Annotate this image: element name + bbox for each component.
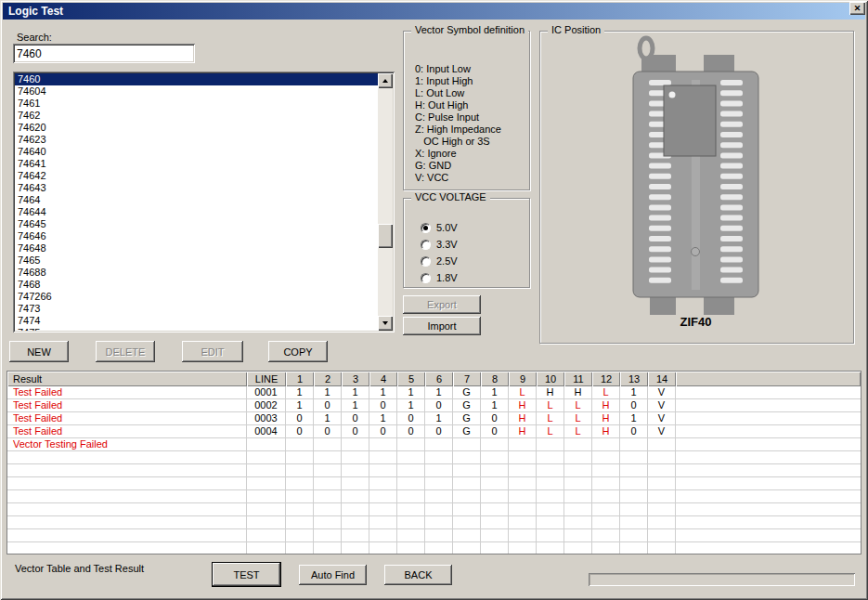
header-cell: 4 bbox=[369, 372, 397, 386]
header-cell: 11 bbox=[564, 372, 592, 386]
radio-icon[interactable] bbox=[421, 256, 431, 267]
vector-cell: 1 bbox=[620, 386, 648, 399]
radio-label: 5.0V bbox=[436, 222, 458, 233]
part-listbox[interactable]: 7460746047461746274620746237464074641746… bbox=[13, 72, 395, 333]
list-item[interactable]: 747266 bbox=[15, 291, 378, 303]
list-item[interactable]: 74643 bbox=[15, 182, 378, 194]
vcc-option[interactable]: 3.3V bbox=[421, 236, 458, 253]
vcc-option[interactable]: 5.0V bbox=[421, 219, 458, 236]
list-item[interactable]: 74620 bbox=[15, 122, 378, 134]
list-item[interactable]: 74640 bbox=[15, 146, 378, 158]
new-button[interactable]: NEW bbox=[9, 341, 69, 362]
test-button[interactable]: TEST bbox=[213, 563, 280, 586]
radio-icon[interactable] bbox=[421, 273, 431, 283]
filler-cell bbox=[676, 451, 861, 464]
vector-cell: 1 bbox=[286, 399, 314, 412]
vcc-voltage-group-title: VCC VOLTAGE bbox=[411, 191, 490, 202]
vector-cell: 1 bbox=[369, 412, 397, 425]
vector-cell bbox=[425, 490, 453, 503]
result-cell bbox=[7, 451, 247, 464]
arrow-up-icon bbox=[382, 79, 388, 83]
delete-button[interactable]: DELETE bbox=[96, 341, 155, 362]
vector-cell bbox=[286, 451, 314, 464]
vector-cell: L bbox=[564, 425, 592, 438]
vector-cell: 1 bbox=[481, 386, 509, 399]
edit-button[interactable]: EDIT bbox=[182, 341, 243, 362]
vector-cell bbox=[537, 503, 564, 516]
result-cell: Test Failed bbox=[7, 412, 247, 425]
titlebar[interactable]: Logic Test bbox=[3, 3, 865, 20]
vector-cell bbox=[314, 477, 342, 490]
scrollbar-thumb[interactable] bbox=[378, 224, 393, 248]
vector-cell bbox=[481, 503, 509, 516]
vector-symbol-line: Z: High Impedance bbox=[415, 124, 501, 136]
scrollbar-down-button[interactable] bbox=[378, 316, 393, 331]
vector-cell bbox=[397, 464, 425, 477]
list-item[interactable]: 74623 bbox=[15, 134, 378, 146]
vector-cell bbox=[481, 542, 509, 554]
list-item[interactable]: 74604 bbox=[15, 85, 378, 98]
table-row[interactable]: Test Failed0003010101G0HLLH1V bbox=[7, 412, 861, 425]
vector-cell bbox=[564, 542, 592, 554]
close-button[interactable]: ✕ bbox=[849, 2, 865, 15]
list-item[interactable]: 74645 bbox=[15, 218, 378, 230]
radio-icon[interactable] bbox=[421, 223, 431, 233]
list-scrollbar[interactable] bbox=[378, 73, 393, 331]
table-row[interactable]: Test Failed0002101010G1HLLH0V bbox=[7, 399, 861, 412]
list-item[interactable]: 7473 bbox=[15, 303, 378, 315]
vector-cell: 0 bbox=[314, 425, 342, 438]
part-list[interactable]: 7460746047461746274620746237464074641746… bbox=[15, 73, 378, 331]
vector-cell: V bbox=[648, 425, 676, 438]
vcc-option[interactable]: 2.5V bbox=[421, 253, 458, 269]
radio-icon[interactable] bbox=[421, 240, 431, 250]
list-item[interactable]: 7461 bbox=[15, 98, 378, 110]
list-item[interactable]: 74642 bbox=[15, 170, 378, 182]
line-cell: 0001 bbox=[247, 386, 286, 399]
table-row bbox=[7, 490, 861, 503]
vector-cell bbox=[425, 438, 453, 451]
line-cell bbox=[247, 490, 286, 503]
result-cell bbox=[7, 542, 247, 554]
vector-cell: H bbox=[509, 425, 537, 438]
scrollbar-up-button[interactable] bbox=[378, 73, 393, 88]
table-row[interactable]: Vector Testing Failed bbox=[7, 438, 861, 451]
list-item[interactable]: 74646 bbox=[15, 230, 378, 242]
vcc-option[interactable]: 1.8V bbox=[421, 269, 458, 286]
list-item[interactable]: 7462 bbox=[15, 110, 378, 122]
vector-cell bbox=[425, 542, 453, 554]
vector-cell: V bbox=[648, 412, 676, 425]
filler-cell bbox=[676, 438, 861, 451]
vector-cell: H bbox=[592, 412, 620, 425]
vector-cell: 0 bbox=[620, 399, 648, 412]
vector-cell bbox=[453, 490, 481, 503]
list-item[interactable]: 7464 bbox=[15, 194, 378, 206]
list-item[interactable]: 7460 bbox=[15, 73, 378, 85]
vector-cell bbox=[537, 490, 564, 503]
copy-button[interactable]: COPY bbox=[268, 341, 328, 362]
line-cell bbox=[247, 503, 286, 516]
list-item[interactable]: 74688 bbox=[15, 267, 378, 279]
table-row[interactable]: Test Failed0001111111G1LHHL1V bbox=[7, 386, 861, 399]
export-button[interactable]: Export bbox=[403, 295, 481, 314]
list-item[interactable]: 7465 bbox=[15, 254, 378, 267]
list-item[interactable]: 7468 bbox=[15, 279, 378, 291]
list-item[interactable]: 74641 bbox=[15, 158, 378, 170]
header-cell: 14 bbox=[648, 372, 676, 386]
vector-cell bbox=[481, 529, 509, 542]
vector-symbol-line: X: Ignore bbox=[415, 148, 501, 160]
header-cell: 12 bbox=[592, 372, 620, 386]
vector-symbol-group: Vector Symbol definition 0: Input Low1: … bbox=[403, 31, 530, 190]
vector-cell bbox=[425, 516, 453, 529]
vector-cell bbox=[453, 542, 481, 554]
list-item[interactable]: 7474 bbox=[15, 315, 378, 327]
auto-find-button[interactable]: Auto Find bbox=[299, 565, 367, 585]
import-button[interactable]: Import bbox=[403, 317, 481, 335]
list-item[interactable]: 74644 bbox=[15, 206, 378, 218]
list-item[interactable]: 74648 bbox=[15, 242, 378, 254]
search-input[interactable] bbox=[13, 44, 195, 63]
list-item[interactable]: 7475 bbox=[15, 327, 378, 331]
back-button[interactable]: BACK bbox=[384, 565, 452, 585]
vector-cell: H bbox=[509, 399, 537, 412]
vector-cell bbox=[314, 503, 342, 516]
table-row[interactable]: Test Failed0004000000G0HLLH0V bbox=[7, 425, 861, 438]
